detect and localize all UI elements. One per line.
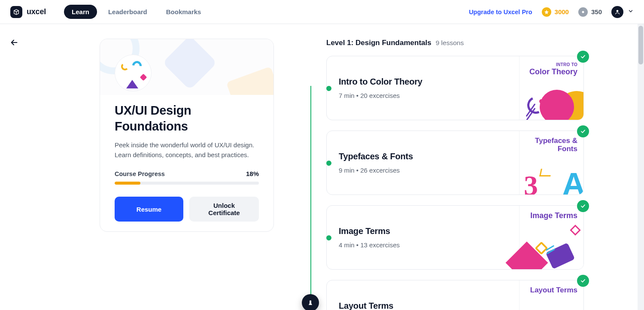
nav-learn[interactable]: Learn — [64, 5, 97, 19]
lesson-thumbnail: INTRO TO Color Theory — [519, 56, 583, 120]
resume-button[interactable]: Resume — [115, 197, 183, 222]
lesson-title: Typefaces & Fonts — [339, 152, 507, 161]
progress-label: Course Progress — [115, 170, 165, 177]
level-lesson-count: 9 lessons — [436, 39, 464, 47]
course-avatar-icon — [115, 55, 152, 91]
header-right: Upgrade to Uxcel Pro 3000 350 — [469, 6, 634, 18]
gems-stat[interactable]: 350 — [578, 7, 602, 17]
brand-mark-icon — [10, 6, 22, 18]
course-title: UX/UI Design Foundations — [115, 103, 259, 134]
lesson-title: Image Terms — [339, 226, 507, 236]
lesson-item: Intro to Color Theory 7 min • 20 excerci… — [326, 56, 584, 120]
star-icon — [542, 7, 551, 17]
timeline-dot-icon — [326, 235, 331, 240]
lesson-meta: 4 min • 13 excercises — [339, 241, 507, 249]
check-icon — [577, 125, 589, 137]
unlock-certificate-button[interactable]: Unlock Certificate — [189, 197, 259, 222]
gem-icon — [578, 7, 588, 17]
progress-fill — [115, 182, 140, 185]
lesson-item: Typefaces & Fonts 9 min • 26 excercises … — [326, 131, 584, 195]
lesson-thumbnail: Typefaces & Fonts 3A — [519, 131, 583, 195]
upgrade-link[interactable]: Upgrade to Uxcel Pro — [469, 9, 532, 15]
nav-leaderboard[interactable]: Leaderboard — [100, 5, 155, 19]
course-card: UX/UI Design Foundations Peek inside the… — [100, 39, 274, 232]
main-nav: Learn Leaderboard Bookmarks — [64, 5, 209, 19]
lesson-card[interactable]: Image Terms 4 min • 13 excercises Image … — [326, 205, 584, 270]
svg-point-0 — [582, 11, 584, 13]
nav-bookmarks[interactable]: Bookmarks — [158, 5, 209, 19]
lesson-meta: 7 min • 20 excercises — [339, 92, 507, 99]
brand-name: uxcel — [27, 7, 46, 16]
chevron-down-icon — [628, 8, 634, 16]
coins-value: 3000 — [555, 8, 569, 15]
thumb-title: Typefaces & Fonts — [535, 137, 577, 153]
lessons-column: Level 1: Design Fundamentals 9 lessons I… — [308, 39, 584, 310]
lesson-timeline: Intro to Color Theory 7 min • 20 excerci… — [308, 56, 584, 310]
lesson-title: Layout Terms — [339, 301, 507, 310]
progress-bar — [115, 182, 259, 185]
level-header: Level 1: Design Fundamentals 9 lessons — [326, 39, 584, 47]
lesson-card[interactable]: Layout Terms Layout Terms — [326, 280, 584, 310]
gems-value: 350 — [591, 8, 602, 15]
thumb-title: Color Theory — [529, 67, 577, 76]
lesson-thumbnail: Image Terms — [519, 206, 583, 269]
check-icon — [577, 275, 589, 287]
course-hero — [100, 39, 273, 95]
lesson-card[interactable]: Typefaces & Fonts 9 min • 26 excercises … — [326, 131, 584, 195]
lesson-meta: 9 min • 26 excercises — [339, 167, 507, 174]
back-button[interactable] — [9, 38, 19, 49]
timeline-dot-icon — [326, 86, 331, 91]
svg-rect-2 — [310, 301, 311, 304]
progress-percent: 18% — [246, 170, 259, 177]
thumb-kicker: INTRO TO — [529, 62, 577, 67]
main-content: UX/UI Design Foundations Peek inside the… — [0, 24, 644, 310]
check-icon — [577, 51, 589, 63]
thumb-title: Image Terms — [530, 211, 577, 220]
coins-stat[interactable]: 3000 — [542, 7, 569, 17]
lesson-item: Layout Terms Layout Terms — [326, 280, 584, 310]
timeline-checkpoint-icon[interactable] — [302, 294, 319, 310]
avatar-icon — [611, 6, 623, 18]
lesson-thumbnail: Layout Terms — [519, 280, 583, 310]
course-description: Peek inside the wonderful world of UX/UI… — [115, 140, 259, 160]
check-icon — [577, 200, 589, 212]
lesson-card[interactable]: Intro to Color Theory 7 min • 20 excerci… — [326, 56, 584, 120]
scrollbar-thumb[interactable] — [638, 26, 643, 64]
profile-menu[interactable] — [611, 6, 634, 18]
lesson-title: Intro to Color Theory — [339, 77, 507, 87]
lesson-item: Image Terms 4 min • 13 excercises Image … — [326, 205, 584, 270]
thumb-title: Layout Terms — [530, 286, 577, 294]
timeline-dot-icon — [326, 161, 331, 166]
brand-logo[interactable]: uxcel — [10, 6, 46, 18]
level-title: Level 1: Design Fundamentals — [326, 39, 431, 47]
svg-point-1 — [617, 10, 619, 12]
header: uxcel Learn Leaderboard Bookmarks Upgrad… — [0, 0, 644, 24]
scrollbar[interactable] — [638, 24, 644, 310]
